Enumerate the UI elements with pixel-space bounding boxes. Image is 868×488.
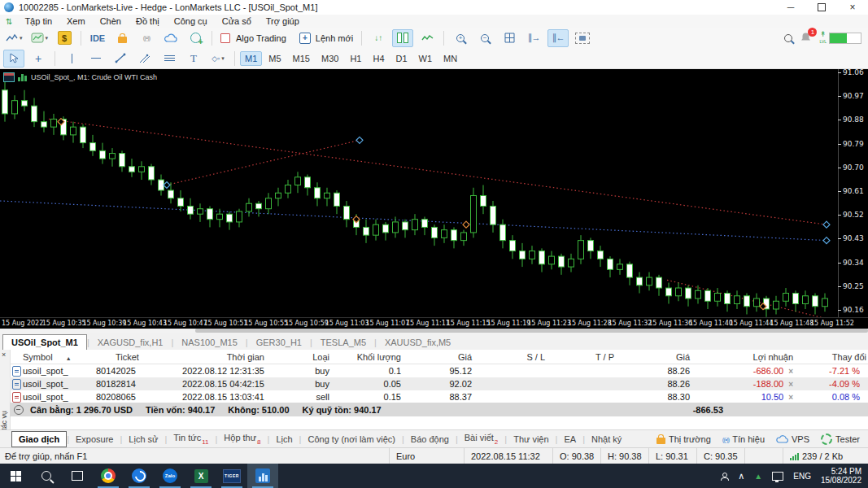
start-button[interactable] — [0, 464, 31, 488]
toolbox-tab-9[interactable]: Bài viết2 — [458, 430, 505, 447]
menu-item-1[interactable]: Tập tin — [17, 16, 59, 26]
algo-trading-button[interactable]: Algo Trading — [218, 29, 289, 47]
menu-item-5[interactable]: Công cụ — [167, 16, 215, 26]
column-header-4[interactable]: Loại — [266, 352, 331, 362]
menu-item-4[interactable]: Đồ thị — [129, 16, 167, 26]
column-header-6[interactable]: Giá — [403, 352, 473, 362]
browser-app-button[interactable] — [124, 464, 155, 488]
screenshot-button[interactable] — [572, 29, 593, 47]
language-indicator[interactable]: ENG — [793, 472, 811, 481]
tiger-app-button[interactable]: TIGER — [216, 464, 247, 488]
cloud-button[interactable] — [160, 29, 181, 47]
vertical-line-tool-button[interactable] — [61, 50, 82, 68]
close-position-icon[interactable]: × — [783, 367, 793, 376]
notifications-button[interactable]: 1 — [800, 32, 811, 44]
signals-panel-button[interactable]: ((•))Tín hiệu — [722, 434, 765, 444]
column-header-8[interactable]: T / P — [547, 352, 616, 362]
metaeditor-ide-button[interactable]: IDE — [87, 29, 108, 47]
line-mode-button[interactable] — [417, 29, 438, 47]
toolbox-tab-10[interactable]: Thư viện — [507, 432, 555, 447]
candlestick-mode-button[interactable] — [392, 29, 413, 47]
toolbox-tab-8[interactable]: Báo động — [404, 432, 456, 447]
community-button[interactable] — [185, 29, 206, 47]
tick-chart-button[interactable]: ↓↑ — [368, 29, 389, 47]
menu-item-6[interactable]: Cửa sổ — [215, 16, 259, 26]
shift-back-button[interactable]: ∥← — [547, 29, 569, 47]
timeframe-m15[interactable]: M15 — [288, 51, 315, 66]
column-header-2[interactable]: Ticket — [96, 352, 181, 362]
chart-tab-xagusd_fix,h1[interactable]: XAGUSD_fix,H1 — [89, 335, 172, 350]
price-chart[interactable]: USOil_Spot_, M1: Crude Oil WTI Cash 91.0… — [0, 69, 868, 317]
toolbox-tab-5[interactable]: Hộp thư8 — [217, 430, 267, 447]
time-axis[interactable]: 15 Aug 202215 Aug 10:3515 Aug 10:3915 Au… — [0, 317, 868, 329]
menu-item-3[interactable]: Chèn — [93, 16, 129, 26]
shift-end-button[interactable]: ∥→ — [523, 29, 544, 47]
timeframe-m1[interactable]: M1 — [240, 51, 262, 66]
toolbox-tab-1[interactable]: Giao dịch — [11, 431, 67, 447]
signals-button[interactable]: ((•)) — [136, 29, 157, 47]
menu-item-2[interactable]: Xem — [59, 16, 93, 26]
shapes-tool-button[interactable]: ◇▫▾ — [207, 50, 229, 68]
toolbox-tab-6[interactable]: Lịch — [269, 432, 299, 447]
chart-tab-xauusd_fix,m5[interactable]: XAUUSD_fix,M5 — [377, 335, 459, 350]
position-row-80182814[interactable]: usoil_spot_801828142022.08.15 04:42:15bu… — [10, 377, 868, 390]
candlestick-canvas[interactable] — [0, 69, 838, 317]
market-panel-button[interactable]: Thị trường — [656, 434, 711, 444]
metatrader-app-button[interactable] — [247, 464, 278, 488]
close-position-icon[interactable]: × — [783, 393, 793, 402]
market-button[interactable] — [111, 29, 133, 47]
zoom-out-button[interactable]: − — [474, 29, 495, 47]
taskbar-search-button[interactable] — [31, 464, 62, 488]
timeframe-d1[interactable]: D1 — [391, 51, 412, 66]
position-row-80142025[interactable]: usoil_spot_801420252022.08.12 12:31:35bu… — [10, 364, 868, 377]
tile-windows-button[interactable] — [499, 29, 520, 47]
toolbox-tab-3[interactable]: Lịch sử — [122, 432, 164, 447]
column-header-10[interactable]: Lợi nhuận — [691, 352, 795, 362]
minimize-button[interactable]: ─ — [775, 0, 806, 15]
collapse-icon[interactable] — [14, 405, 24, 415]
timeframe-w1[interactable]: W1 — [414, 51, 438, 66]
menu-item-7[interactable]: Trợ giúp — [259, 16, 307, 26]
channel-tool-button[interactable] — [134, 50, 155, 68]
timeframe-m5[interactable]: M5 — [264, 51, 286, 66]
close-position-icon[interactable]: × — [783, 380, 793, 389]
network-icon[interactable] — [772, 472, 783, 481]
chart-tab-ger30_h1[interactable]: GER30_H1 — [248, 335, 310, 350]
maximize-button[interactable] — [806, 0, 837, 15]
cursor-tool-button[interactable] — [3, 50, 24, 68]
task-view-button[interactable] — [62, 464, 93, 488]
trendline-tool-button[interactable] — [110, 50, 131, 68]
chart-bars-icon[interactable] — [18, 73, 28, 81]
chart-tab-tesla_m5[interactable]: TESLA_M5 — [312, 335, 374, 350]
excel-app-button[interactable]: X — [185, 464, 216, 488]
timeframe-h4[interactable]: H4 — [368, 51, 389, 66]
column-header-11[interactable]: Thay đổi — [795, 352, 868, 362]
column-header-9[interactable]: Giá — [616, 352, 691, 362]
position-row-80208065[interactable]: usoil_spot_802080652022.08.15 13:03:41se… — [10, 390, 868, 403]
fibonacci-tool-button[interactable] — [159, 50, 180, 68]
column-header-1[interactable]: Symbol▲ — [23, 352, 96, 362]
clock[interactable]: 5:24 PM 15/08/2022 — [821, 467, 861, 485]
zoom-in-button[interactable]: + — [450, 29, 471, 47]
close-button[interactable]: × — [837, 0, 868, 15]
zalo-app-button[interactable]: Zalo — [155, 464, 185, 488]
timeframe-h1[interactable]: H1 — [345, 51, 366, 66]
column-header-5[interactable]: Khối lượng — [331, 352, 403, 362]
column-header-3[interactable]: Thời gian — [181, 352, 266, 362]
chrome-app-button[interactable] — [93, 464, 124, 488]
toolbox-tab-12[interactable]: Nhật ký — [585, 432, 628, 447]
chart-tab-nas100_m15[interactable]: NAS100_M15 — [173, 335, 246, 350]
profiles-button[interactable]: ▾ — [28, 29, 51, 47]
toolbox-tab-7[interactable]: Công ty (nơi làm việc) — [301, 432, 401, 447]
toolbox-tab-4[interactable]: Tin tức11 — [167, 430, 215, 447]
timeframe-mn[interactable]: MN — [438, 51, 462, 66]
price-axis[interactable]: 91.0690.9790.8890.7990.7090.6190.5290.43… — [838, 69, 868, 317]
hidden-icons-chevron[interactable]: ∧ — [738, 471, 744, 481]
currency-button[interactable]: $ — [54, 29, 75, 47]
toolbox-close-icon[interactable]: × — [2, 351, 6, 359]
chart-tab-usoil_spot_m1[interactable]: USOil_Spot_M1 — [2, 334, 87, 350]
chart-type-button[interactable]: ▾ — [3, 29, 25, 47]
new-order-button[interactable]: +Lệnh mới — [297, 29, 355, 47]
vps-panel-button[interactable]: VPS — [776, 434, 809, 444]
horizontal-line-tool-button[interactable] — [85, 50, 107, 68]
